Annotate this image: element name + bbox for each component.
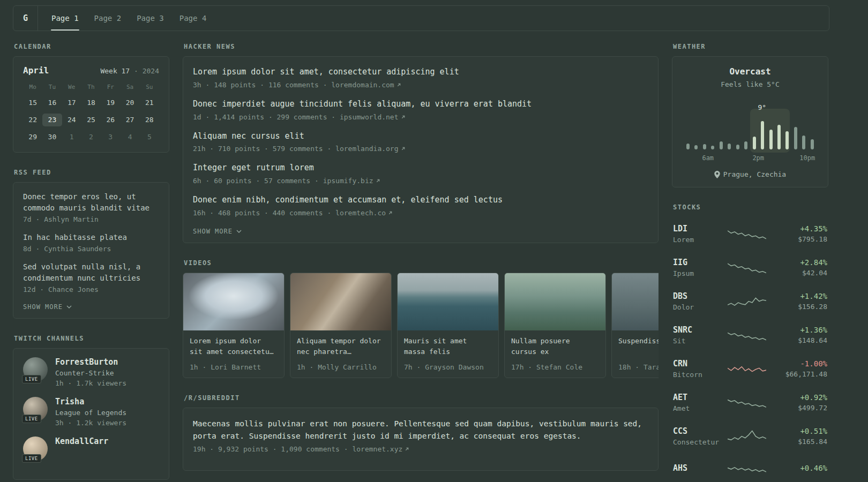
weather-hour-label: 2pm [752,154,764,162]
weather-bar [686,144,690,149]
stock-values-block: +1.36% $148.64 [772,326,827,344]
calendar-days-grid: 1516171819202122232425262728293012345 [23,96,159,144]
video-title[interactable]: Lorem ipsum dolor sit amet consectetu… [190,336,278,358]
weather-bar [744,141,747,149]
twitch-channel[interactable]: LIVE KendallCarr [23,436,159,461]
calendar-day: 20 [120,96,139,109]
hn-item-title[interactable]: Donec imperdiet augue tincidunt felis al… [193,99,648,110]
stock-values-block: +2.84% $42.04 [772,258,827,277]
live-badge: LIVE [22,454,41,463]
rss-item: In hac habitasse platea 8d · Cynthia Sau… [23,232,159,253]
rss-item: Donec tempor eros leo, ut commodo mauris… [23,191,159,223]
stock-row[interactable]: SNRC Sit +1.36% $148.64 [672,318,828,352]
hn-item-domain[interactable]: ipsumify.biz [323,177,380,185]
stock-sparkline [728,395,766,411]
rss-item-title[interactable]: Donec tempor eros leo, ut commodo mauris… [23,191,159,214]
weather-hour-label: 6am [702,154,714,162]
stock-row[interactable]: IIG Ipsum +2.84% $42.04 [672,251,828,284]
stock-price: $42.04 [772,269,827,277]
video-thumbnail[interactable] [183,273,284,330]
video-card[interactable]: Aliquam tempor dolor nec pharetra… 1h · … [290,273,392,378]
stock-row[interactable]: AET Amet +0.92% $499.72 [672,386,828,419]
twitch-header: TWITCH CHANNELS [14,335,169,342]
hn-item-meta: 6h · 60 points · 57 comments · ipsumify.… [193,177,648,185]
video-meta: 7h · Grayson Dawson [404,363,492,371]
subreddit-header: /R/SUBREDDIT [184,394,659,402]
hn-item-meta: 16h · 468 points · 440 comments · loremt… [193,209,648,217]
weather-hour-labels: 6am2pm10pm [682,154,818,162]
calendar-weekday: Th [81,84,101,91]
rss-item-title[interactable]: Sed volutpat nulla nisl, a condimentum n… [23,261,159,284]
video-title[interactable]: Aliquam tempor dolor nec pharetra… [297,336,385,358]
hn-item-title[interactable]: Lorem ipsum dolor sit amet, consectetur … [193,66,648,78]
twitch-channel[interactable]: LIVE Trisha League of Legends 3h · 1.2k … [23,397,159,427]
stock-sparkline [728,361,766,377]
tab-page-3[interactable]: Page 3 [136,6,164,31]
video-thumbnail[interactable] [398,273,498,330]
hn-item-meta: 21h · 710 points · 579 comments · loreml… [193,145,648,153]
tab-page-1[interactable]: Page 1 [51,6,79,31]
channel-meta: 1h · 1.7k viewers [55,379,126,387]
tab-page-2[interactable]: Page 2 [94,6,122,31]
channel-name[interactable]: ForrestBurton [55,357,126,367]
video-title[interactable]: Suspendisse diam [618,336,659,358]
hn-item: Integer eget rutrum lorem 6h · 60 points… [193,162,648,185]
twitch-channel[interactable]: LIVE ForrestBurton Counter-Strike 1h · 1… [23,357,159,387]
weather-location-row: Prague, Czechia [682,170,818,178]
hn-item-domain[interactable]: loremdomain.com [331,81,401,89]
channel-name[interactable]: KendallCarr [55,436,108,446]
video-thumbnail[interactable] [290,273,391,330]
stock-symbol-block: LDI Lorem [673,224,722,244]
rss-show-more-label: SHOW MORE [23,303,63,311]
stock-row[interactable]: CCS Consectetur +0.51% $165.84 [672,419,828,453]
stock-values-block: +0.92% $499.72 [772,393,827,412]
stock-symbol-block: SNRC Sit [673,325,722,345]
stock-row[interactable]: DBS Dolor +1.42% $156.28 [672,284,828,318]
rss-item-title[interactable]: In hac habitasse platea [23,232,159,243]
video-title[interactable]: Nullam posuere cursus ex [511,336,599,358]
stock-sparkline [728,293,766,310]
tab-page-4[interactable]: Page 4 [179,6,207,31]
hn-item-meta: 3h · 148 points · 116 comments · loremdo… [193,81,648,89]
subreddit-item-domain[interactable]: loremnet.xyz [352,445,409,453]
stock-ticker: AET [673,393,722,402]
videos-widget: VIDEOS Lorem ipsum dolor sit amet consec… [183,259,659,378]
stock-row[interactable]: AHS +0.46% [672,453,828,482]
hn-item-title[interactable]: Aliquam nec cursus elit [193,131,648,142]
hn-item: Donec imperdiet augue tincidunt felis al… [193,99,648,121]
video-card-body: Nullam posuere cursus ex 17h · Stefan Co… [505,330,605,378]
video-card[interactable]: Mauris sit amet massa felis 7h · Grayson… [397,273,499,378]
hn-item-domain[interactable]: loremtech.co [335,209,393,217]
stock-price: $148.64 [772,336,827,344]
channel-name[interactable]: Trisha [55,397,126,406]
hn-item-domain[interactable]: ipsumworld.net [340,113,406,121]
weather-bar [694,145,698,149]
app-logo[interactable]: G [13,6,38,31]
rss-show-more-button[interactable]: SHOW MORE [23,303,72,311]
hackernews-show-more-button[interactable]: SHOW MORE [193,228,242,235]
video-thumbnail[interactable] [505,273,605,330]
stock-name: Lorem [673,236,722,244]
video-title[interactable]: Mauris sit amet massa felis [404,336,492,358]
stock-row[interactable]: CRN Bitcorn -1.00% $66,171.48 [672,352,828,386]
video-card[interactable]: Suspendisse diam 18h · Tara [611,273,659,378]
live-badge: LIVE [22,415,41,423]
external-link-icon [401,146,406,151]
hn-item-title[interactable]: Donec enim nibh, condimentum et accumsan… [193,194,648,206]
stock-sparkline [728,428,766,445]
video-thumbnail[interactable] [612,273,659,330]
hn-item-title[interactable]: Integer eget rutrum lorem [193,162,648,174]
calendar-weekday: Su [140,84,159,91]
rss-item-meta: 8d · Cynthia Saunders [23,245,159,253]
calendar-weekday: Fr [101,84,120,91]
stock-change: +1.36% [772,326,827,334]
stock-row[interactable]: LDI Lorem +4.35% $795.18 [672,217,828,251]
hn-item-domain[interactable]: loremlandia.org [335,145,405,153]
video-card[interactable]: Nullam posuere cursus ex 17h · Stefan Co… [504,273,606,378]
video-card[interactable]: Lorem ipsum dolor sit amet consectetu… 1… [183,273,285,378]
page-tabs: Page 1Page 2Page 3Page 4 [51,6,207,31]
channel-info: Trisha League of Legends 3h · 1.2k viewe… [55,397,126,427]
stock-price: $66,171.48 [772,370,827,378]
weather-bars [686,116,814,149]
subreddit-item-title[interactable]: Maecenas mollis pulvinar erat non posuer… [193,418,648,442]
